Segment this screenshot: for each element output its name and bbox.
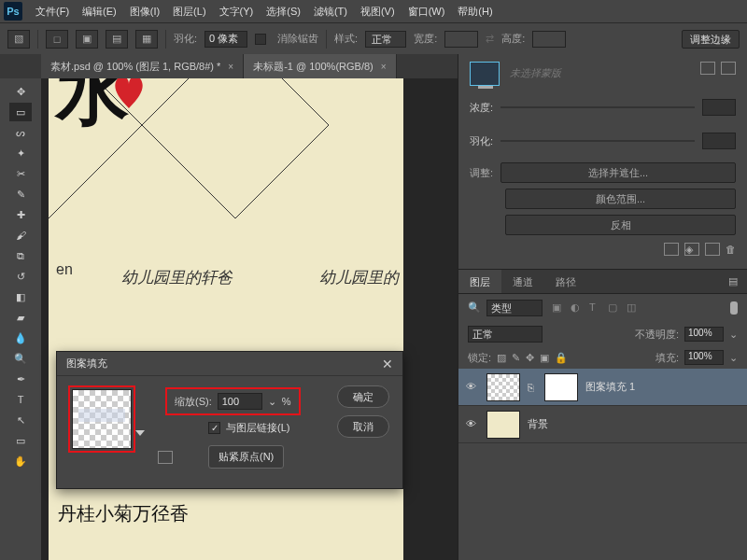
layer-row[interactable]: 👁 背景	[458, 406, 747, 443]
lasso-tool[interactable]: ᔕ	[9, 123, 32, 142]
opacity-input[interactable]: 100%	[684, 327, 724, 342]
snap-origin-button[interactable]: 贴紧原点(N)	[208, 445, 284, 469]
layer-name[interactable]: 背景	[528, 417, 548, 431]
close-icon[interactable]: ✕	[382, 357, 393, 371]
fill-input[interactable]: 100%	[684, 350, 724, 365]
move-tool[interactable]: ✥	[9, 82, 32, 101]
crop-tool[interactable]: ✂	[9, 164, 32, 183]
layer-row[interactable]: 👁 ⎘ 图案填充 1	[458, 369, 747, 406]
filter-pixel-icon[interactable]: ▣	[552, 301, 567, 315]
mask-edge-button[interactable]: 选择并遮住...	[500, 162, 736, 183]
vector-mask-icon[interactable]	[721, 62, 736, 75]
visibility-icon[interactable]: 👁	[466, 418, 479, 431]
chevron-down-icon[interactable]: ⌄	[729, 329, 738, 341]
pixel-mask-icon[interactable]	[700, 62, 715, 75]
lock-paint-icon[interactable]: ✎	[512, 352, 520, 364]
menu-select[interactable]: 选择(S)	[261, 2, 306, 21]
close-icon[interactable]: ×	[381, 62, 387, 72]
search-icon[interactable]: 🔍	[468, 301, 481, 315]
menu-view[interactable]: 视图(V)	[355, 2, 401, 21]
menu-filter[interactable]: 滤镜(T)	[308, 2, 353, 21]
load-sel-icon[interactable]	[664, 243, 679, 256]
menu-layer[interactable]: 图层(L)	[167, 2, 211, 21]
stamp-tool[interactable]: ⧉	[9, 246, 32, 265]
scale-input[interactable]	[218, 393, 262, 410]
pen-tool[interactable]: ✒	[9, 370, 32, 388]
ok-button[interactable]: 确定	[337, 385, 389, 408]
swap-icon[interactable]: ⇄	[486, 33, 494, 45]
mask-thumb[interactable]	[544, 373, 578, 401]
menu-file[interactable]: 文件(F)	[30, 2, 75, 21]
layer-thumb[interactable]	[486, 411, 520, 439]
pattern-swatch[interactable]	[72, 389, 132, 449]
feather-input[interactable]	[204, 31, 247, 48]
filter-kind-select[interactable]: 类型	[486, 300, 543, 316]
tab-channels[interactable]: 通道	[501, 270, 544, 293]
hand-tool[interactable]: ✋	[9, 452, 32, 470]
trash-icon[interactable]: 🗑	[726, 244, 736, 255]
tab-layers[interactable]: 图层	[458, 270, 501, 293]
panel-menu-icon[interactable]: ▤	[719, 270, 747, 293]
filter-toggle[interactable]	[730, 301, 738, 315]
sel-add-icon[interactable]: ▣	[76, 30, 98, 49]
feather-slider[interactable]	[500, 140, 695, 142]
cancel-button[interactable]: 取消	[337, 415, 389, 438]
shape-tool[interactable]: ▭	[9, 431, 32, 450]
blend-mode-select[interactable]: 正常	[468, 326, 543, 343]
lock-artboard-icon[interactable]: ▣	[540, 352, 549, 364]
close-icon[interactable]: ×	[228, 62, 233, 72]
marquee-preset-icon[interactable]: ▧	[7, 30, 30, 49]
filter-shape-icon[interactable]: ▢	[608, 301, 623, 315]
path-tool[interactable]: ↖	[9, 411, 32, 429]
sel-new-icon[interactable]: □	[46, 30, 68, 49]
filter-type-icon[interactable]: T	[589, 301, 604, 315]
snap-icon[interactable]	[158, 451, 173, 464]
menu-image[interactable]: 图像(I)	[124, 2, 165, 21]
sel-intersect-icon[interactable]: ▦	[135, 30, 158, 49]
blur-tool[interactable]: 💧	[9, 329, 32, 347]
density-value[interactable]	[702, 99, 736, 116]
filter-smart-icon[interactable]: ◫	[627, 301, 641, 315]
lock-all-icon[interactable]: 🔒	[555, 352, 568, 364]
menu-type[interactable]: 文字(Y)	[214, 2, 260, 21]
gradient-tool[interactable]: ▰	[9, 308, 32, 327]
refine-edge-button[interactable]: 调整边缘	[682, 30, 740, 49]
tab-paths[interactable]: 路径	[544, 270, 587, 293]
visibility-icon[interactable]: 👁	[466, 381, 479, 394]
brush-tool[interactable]: 🖌	[9, 226, 32, 245]
chevron-down-icon[interactable]: ⌄	[268, 396, 276, 408]
filter-adjust-icon[interactable]: ◐	[571, 301, 585, 315]
density-slider[interactable]	[500, 106, 695, 108]
dialog-titlebar[interactable]: 图案填充 ✕	[57, 352, 402, 376]
marquee-tool[interactable]: ▭	[9, 103, 32, 121]
height-input	[532, 31, 566, 48]
disable-mask-icon[interactable]	[705, 243, 720, 256]
wand-tool[interactable]: ✦	[9, 144, 32, 162]
healing-tool[interactable]: ✚	[9, 205, 32, 224]
layer-thumb[interactable]	[486, 373, 520, 401]
type-tool[interactable]: T	[9, 390, 32, 409]
lock-pos-icon[interactable]: ✥	[526, 352, 534, 364]
chevron-down-icon[interactable]: ⌄	[729, 352, 738, 364]
dodge-tool[interactable]: 🔍	[9, 349, 32, 368]
eyedropper-tool[interactable]: ✎	[9, 185, 32, 203]
apply-mask-icon[interactable]: ◈	[684, 243, 699, 256]
chevron-down-icon[interactable]	[135, 430, 145, 436]
color-range-button[interactable]: 颜色范围...	[505, 189, 736, 209]
layer-name[interactable]: 图案填充 1	[585, 380, 635, 394]
sel-sub-icon[interactable]: ▤	[106, 30, 128, 49]
antialias-check[interactable]	[255, 34, 266, 45]
menu-edit[interactable]: 编辑(E)	[77, 2, 122, 21]
lock-trans-icon[interactable]: ▨	[497, 352, 506, 364]
link-icon[interactable]: ⎘	[528, 382, 537, 393]
feather-value[interactable]	[702, 133, 736, 149]
invert-button[interactable]: 反相	[505, 215, 736, 235]
doc-tab-1[interactable]: 未标题-1 @ 100%(RGB/8)×	[244, 54, 396, 78]
history-brush-tool[interactable]: ↺	[9, 267, 32, 286]
doc-tab-0[interactable]: 素材.psd @ 100% (图层 1, RGB/8#) *×	[41, 54, 244, 78]
link-checkbox[interactable]: ✓	[208, 422, 220, 434]
menu-help[interactable]: 帮助(H)	[452, 2, 498, 21]
menu-window[interactable]: 窗口(W)	[402, 2, 451, 21]
eraser-tool[interactable]: ◧	[9, 287, 32, 306]
style-select[interactable]: 正常	[365, 31, 406, 48]
